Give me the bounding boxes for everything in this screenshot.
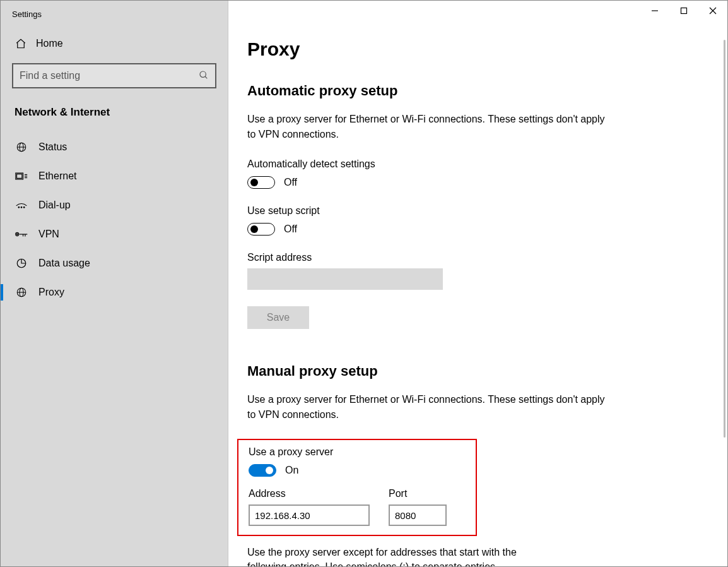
sidebar-item-label: Data usage: [38, 258, 90, 269]
scrollbar[interactable]: [724, 40, 725, 438]
sidebar-item-label: Ethernet: [38, 170, 76, 182]
sidebar-item-status[interactable]: Status: [1, 133, 228, 162]
sidebar-item-vpn[interactable]: VPN: [1, 220, 228, 249]
svg-rect-23: [681, 8, 687, 14]
highlight-annotation: Use a proxy server On Address Port: [237, 439, 477, 536]
setup-script-toggle[interactable]: [247, 223, 275, 236]
manual-heading: Manual proxy setup: [247, 363, 708, 379]
use-proxy-toggle[interactable]: [249, 464, 276, 477]
svg-point-0: [200, 71, 206, 77]
save-button: Save: [247, 306, 309, 329]
sidebar-item-label: Dial-up: [38, 200, 71, 211]
use-proxy-state: On: [285, 465, 298, 476]
manual-desc: Use a proxy server for Ethernet or Wi-Fi…: [247, 392, 613, 422]
sidebar-category: Network & Internet: [1, 102, 228, 133]
setup-script-state: Off: [284, 224, 297, 235]
search-icon: [199, 70, 209, 82]
globe-icon: [15, 141, 28, 153]
page-title: Proxy: [247, 39, 708, 60]
automatic-desc: Use a proxy server for Ethernet or Wi-Fi…: [247, 112, 613, 142]
sidebar-item-label: VPN: [38, 229, 59, 240]
sidebar-item-proxy[interactable]: Proxy: [1, 278, 228, 307]
auto-detect-state: Off: [284, 177, 297, 188]
address-label: Address: [249, 488, 370, 499]
main-content: Proxy Automatic proxy setup Use a proxy …: [228, 1, 727, 566]
sidebar-item-label: Status: [38, 141, 67, 153]
svg-rect-6: [17, 174, 22, 179]
sidebar-nav: Status Ethernet Dial-up: [1, 133, 228, 307]
script-address-input: [247, 268, 443, 290]
window-controls: [640, 1, 727, 21]
svg-point-11: [21, 207, 22, 208]
minimize-button[interactable]: [640, 1, 669, 21]
search-input[interactable]: [20, 70, 199, 81]
sidebar: Settings Home Network & Internet Status: [1, 1, 228, 566]
home-label: Home: [36, 38, 63, 49]
sidebar-item-label: Proxy: [38, 287, 64, 298]
window-title: Settings: [1, 9, 228, 32]
search-input-container[interactable]: [12, 63, 216, 88]
ethernet-icon: [15, 171, 28, 181]
sidebar-item-dialup[interactable]: Dial-up: [1, 191, 228, 220]
data-usage-icon: [15, 258, 28, 269]
exceptions-text: Use the proxy server except for addresse…: [247, 545, 544, 566]
auto-detect-toggle[interactable]: [247, 176, 275, 189]
use-proxy-label: Use a proxy server: [249, 446, 466, 458]
svg-line-1: [205, 76, 207, 78]
auto-detect-label: Automatically detect settings: [247, 158, 708, 170]
port-label: Port: [389, 488, 447, 499]
dialup-icon: [15, 200, 28, 210]
svg-point-12: [23, 207, 25, 208]
proxy-icon: [15, 287, 28, 298]
home-icon: [15, 38, 27, 49]
port-input[interactable]: [389, 504, 447, 526]
automatic-heading: Automatic proxy setup: [247, 83, 708, 99]
maximize-button[interactable]: [669, 1, 698, 21]
script-address-label: Script address: [247, 252, 708, 263]
vpn-icon: [15, 230, 28, 239]
svg-point-14: [16, 234, 18, 235]
sidebar-item-ethernet[interactable]: Ethernet: [1, 162, 228, 191]
address-input[interactable]: [249, 504, 370, 526]
close-button[interactable]: [698, 1, 727, 21]
home-button[interactable]: Home: [1, 32, 228, 56]
svg-point-10: [18, 207, 20, 208]
sidebar-item-datausage[interactable]: Data usage: [1, 249, 228, 278]
setup-script-label: Use setup script: [247, 205, 708, 217]
